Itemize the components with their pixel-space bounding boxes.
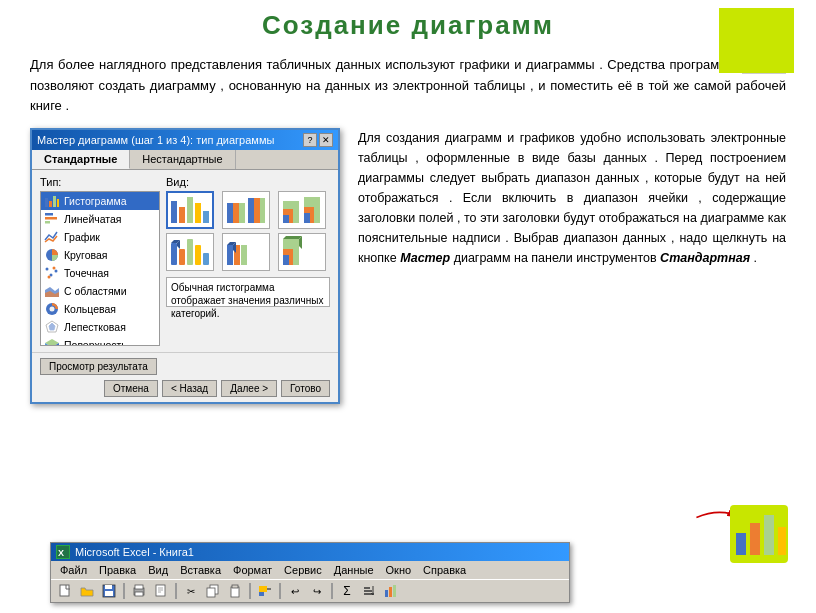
histogram-icon [44, 194, 60, 208]
wizard-type-bar[interactable]: Линейчатая [41, 210, 159, 228]
menu-file[interactable]: Файл [55, 563, 92, 577]
toolbar-open-btn[interactable] [77, 582, 97, 600]
wizard-type-list[interactable]: Гистограмма Линейчатая [40, 191, 160, 346]
chart-icon-big-svg [730, 505, 788, 563]
toolbar-sep-3 [249, 583, 251, 599]
wizard-type-radar[interactable]: Лепестковая [41, 318, 159, 336]
toolbar-sep-4 [279, 583, 281, 599]
svg-rect-82 [385, 590, 388, 597]
type-scatter-label: Точечная [64, 267, 109, 279]
wizard-type-line[interactable]: График [41, 228, 159, 246]
wizard-finish-button[interactable]: Готово [281, 380, 330, 397]
wizard-type-surface[interactable]: Поверхность [41, 336, 159, 346]
line-icon [44, 230, 60, 244]
svg-rect-87 [750, 523, 760, 555]
wizard-tabs: Стандартные Нестандартные [32, 150, 338, 170]
excel-titlebar: X Microsoft Excel - Книга1 [51, 543, 569, 561]
toolbar-paste-btn[interactable] [225, 582, 245, 600]
type-bar-label: Линейчатая [64, 213, 122, 225]
toolbar-new-btn[interactable] [55, 582, 75, 600]
svg-point-11 [48, 275, 51, 278]
wizard-kind-3[interactable] [278, 191, 326, 229]
svg-rect-66 [135, 585, 143, 589]
svg-rect-38 [283, 215, 289, 223]
svg-rect-35 [260, 198, 265, 223]
menu-insert[interactable]: Вставка [175, 563, 226, 577]
svg-point-8 [46, 267, 49, 270]
svg-rect-29 [203, 211, 209, 223]
wizard-type-area[interactable]: С областями [41, 282, 159, 300]
preview-icon [154, 584, 168, 598]
wizard-kind-2[interactable] [222, 191, 270, 229]
wizard-type-histogram[interactable]: Гистограмма [41, 192, 159, 210]
wizard-close-button[interactable]: ✕ [319, 133, 333, 147]
wizard-kind-panel: Вид: [166, 176, 330, 346]
toolbar-redo-btn[interactable]: ↪ [307, 582, 327, 600]
wizard-cancel-button[interactable]: Отмена [104, 380, 158, 397]
wizard-type-label: Тип: [40, 176, 160, 188]
svg-rect-27 [187, 197, 193, 223]
toolbar-chart-toolbar-btn[interactable] [381, 582, 401, 600]
type-line-label: График [64, 231, 100, 243]
svg-rect-75 [232, 585, 238, 588]
wizard-back-button[interactable]: < Назад [162, 380, 217, 397]
svg-rect-49 [227, 245, 233, 265]
master-bold: Мастер [400, 251, 450, 265]
menu-window[interactable]: Окно [381, 563, 417, 577]
paste-icon [228, 584, 242, 598]
wizard-help-button[interactable]: ? [303, 133, 317, 147]
paintformat-icon [258, 584, 272, 598]
kind-6-icon [280, 235, 324, 269]
menu-help[interactable]: Справка [418, 563, 471, 577]
kind-1-icon [168, 193, 212, 227]
svg-rect-1 [49, 201, 52, 207]
wizard-kind-grid [166, 191, 330, 271]
toolbar-paintformat-btn[interactable] [255, 582, 275, 600]
wizard-type-donut[interactable]: Кольцевая [41, 300, 159, 318]
wizard-next-button[interactable]: Далее > [221, 380, 277, 397]
svg-point-16 [50, 306, 55, 311]
wizard-type-scatter[interactable]: Точечная [41, 264, 159, 282]
intro-text-1: Для более наглядного представления табли… [30, 57, 786, 113]
toolbar-undo-btn[interactable]: ↩ [285, 582, 305, 600]
wizard-kind-4[interactable] [166, 233, 214, 271]
toolbar-cut-btn[interactable]: ✂ [181, 582, 201, 600]
menu-data[interactable]: Данные [329, 563, 379, 577]
svg-rect-63 [105, 585, 112, 589]
svg-rect-46 [203, 253, 209, 265]
svg-rect-3 [57, 199, 59, 207]
toolbar-save-btn[interactable] [99, 582, 119, 600]
wizard-type-pie[interactable]: Круговая [41, 246, 159, 264]
menu-tools[interactable]: Сервис [279, 563, 327, 577]
wizard-preview-button[interactable]: Просмотр результата [40, 358, 157, 375]
wizard-kind-1[interactable] [166, 191, 214, 229]
menu-edit[interactable]: Правка [94, 563, 141, 577]
kind-4-icon [168, 235, 212, 269]
toolbar-preview-btn[interactable] [151, 582, 171, 600]
pie-icon [44, 248, 60, 262]
toolbar-autosum-btn[interactable]: Σ [337, 582, 357, 600]
excel-menubar[interactable]: Файл Правка Вид Вставка Формат Сервис Да… [51, 561, 569, 579]
page: Создание диаграмм Для более наглядного п… [0, 0, 816, 613]
menu-view[interactable]: Вид [143, 563, 173, 577]
svg-rect-4 [45, 213, 53, 216]
menu-format[interactable]: Формат [228, 563, 277, 577]
toolbar-sort-btn[interactable] [359, 582, 379, 600]
svg-rect-25 [171, 201, 177, 223]
open-icon [80, 584, 94, 598]
toolbar-print-btn[interactable] [129, 582, 149, 600]
svg-rect-89 [778, 527, 786, 555]
toolbar-sep-2 [175, 583, 177, 599]
svg-rect-51 [241, 245, 247, 265]
svg-rect-84 [393, 585, 396, 597]
wizard-tab-nonstandard[interactable]: Нестандартные [130, 150, 235, 169]
wizard-kind-5[interactable] [222, 233, 270, 271]
wizard-tab-standard[interactable]: Стандартные [32, 150, 130, 169]
toolbar-copy-btn[interactable] [203, 582, 223, 600]
intro-paragraph: Для более наглядного представления табли… [30, 55, 786, 116]
kind-5-icon [224, 235, 268, 269]
wizard-kind-6[interactable] [278, 233, 326, 271]
type-histogram-label: Гистограмма [64, 195, 127, 207]
svg-rect-34 [254, 198, 260, 223]
radar-icon [44, 320, 60, 334]
